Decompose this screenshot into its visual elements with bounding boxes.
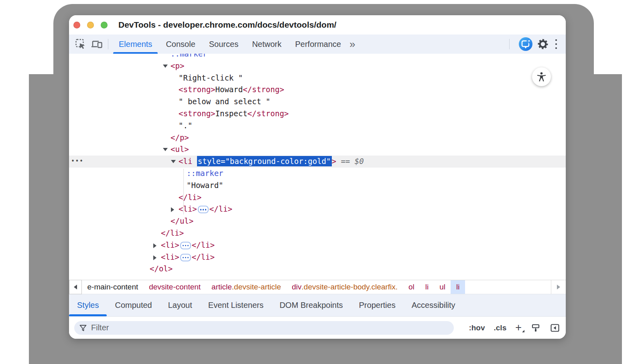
- rendering-emulation-button[interactable]: [530, 323, 541, 333]
- tab-label: Elements: [119, 40, 152, 49]
- dom-tree-selected-row[interactable]: •••<li style="background-color:gold"> ==…: [69, 156, 566, 168]
- breadcrumb-items: e-main-contentdevsite-contentarticle.dev…: [82, 280, 465, 294]
- kebab-menu-button[interactable]: [552, 38, 560, 50]
- new-style-rule-button[interactable]: +: [515, 322, 522, 333]
- breadcrumb-item[interactable]: e-main-content: [82, 280, 144, 294]
- more-tabs-button[interactable]: »: [349, 34, 355, 54]
- node-tag: </li>: [161, 229, 184, 237]
- breadcrumb-item[interactable]: li: [451, 280, 465, 294]
- breadcrumb-item[interactable]: devsite-content: [144, 280, 206, 294]
- devtools-window: DevTools - developer.chrome.com/docs/dev…: [69, 15, 566, 339]
- tab-label: Network: [252, 40, 281, 49]
- dom-tree-row[interactable]: <strong>Inspect</strong>: [69, 108, 566, 120]
- panel-tab-accessibility[interactable]: Accessibility: [404, 294, 463, 316]
- tab-network[interactable]: Network: [245, 34, 288, 54]
- ai-assistance-button[interactable]: [519, 37, 532, 51]
- node-text: " below and select ": [179, 97, 270, 106]
- paint-brush-icon: [530, 323, 541, 333]
- node-tag: <strong>: [179, 109, 215, 118]
- dom-tree-row[interactable]: <li></li>: [69, 239, 566, 251]
- tab-sources[interactable]: Sources: [202, 34, 245, 54]
- tab-label: Sources: [209, 40, 238, 49]
- expand-arrow-icon[interactable]: [163, 65, 168, 68]
- toggle-device-toolbar-button[interactable]: [90, 37, 104, 51]
- breadcrumb-next-button[interactable]: [551, 280, 566, 294]
- panel-tab-computed[interactable]: Computed: [107, 294, 160, 316]
- crumb-part: .devsite-article-body.clearfix.: [302, 283, 398, 291]
- dom-tree-row[interactable]: ".": [69, 120, 566, 132]
- breadcrumb-item[interactable]: li: [420, 280, 434, 294]
- hidden-children-ellipsis-button[interactable]: [180, 254, 191, 261]
- tab-elements[interactable]: Elements: [112, 34, 159, 54]
- devtools-toolbar: ElementsConsoleSourcesNetworkPerformance…: [69, 34, 566, 54]
- dom-tree-row[interactable]: </li>: [69, 192, 566, 204]
- panel-tab-label: Accessibility: [412, 301, 455, 309]
- node-tag: </p>: [171, 133, 189, 142]
- expand-arrow-icon[interactable]: [163, 148, 168, 151]
- breadcrumb-item[interactable]: article.devsite-article: [206, 280, 286, 294]
- inspect-element-button[interactable]: [74, 37, 87, 51]
- panel-tab-label: Event Listeners: [208, 301, 264, 309]
- panel-tab-styles[interactable]: Styles: [69, 294, 107, 316]
- accessibility-widget-button[interactable]: [532, 67, 551, 86]
- styles-filter-input[interactable]: [90, 323, 449, 333]
- filter-funnel-icon: [79, 324, 87, 332]
- dom-tree-row[interactable]: "Right-click ": [69, 72, 566, 84]
- tab-performance[interactable]: Performance: [288, 34, 348, 54]
- hidden-children-ellipsis-button[interactable]: [180, 242, 191, 249]
- panel-tab-label: DOM Breakpoints: [280, 301, 343, 309]
- zoom-button[interactable]: [101, 22, 108, 28]
- crumb-part: article: [211, 283, 232, 291]
- panel-tab-properties[interactable]: Properties: [351, 294, 404, 316]
- expand-arrow-icon[interactable]: [171, 207, 174, 212]
- panel-tab-layout[interactable]: Layout: [160, 294, 200, 316]
- panel-tab-label: Computed: [115, 301, 152, 309]
- tab-label: Performance: [295, 40, 341, 49]
- expand-arrow-icon[interactable]: [171, 160, 176, 163]
- tab-console[interactable]: Console: [159, 34, 202, 54]
- dom-tree-row[interactable]: <p>: [69, 60, 566, 72]
- toolbar-divider: [108, 39, 108, 49]
- dom-tree-row[interactable]: <strong>Howard</strong>: [69, 84, 566, 96]
- breadcrumb-prev-button[interactable]: [69, 280, 82, 294]
- dom-tree-row[interactable]: ::marker: [69, 168, 566, 180]
- crumb-part: e-main-content: [87, 283, 138, 291]
- dom-tree-row[interactable]: </p>: [69, 132, 566, 144]
- styles-toolbar: :hov .cls +: [69, 317, 566, 339]
- dom-tree-row[interactable]: <ul>: [69, 144, 566, 156]
- styles-toolbar-buttons: :hov .cls +: [469, 322, 560, 333]
- node-tag: </strong>: [248, 109, 289, 118]
- breadcrumb: e-main-contentdevsite-contentarticle.dev…: [69, 280, 566, 294]
- device-toolbar-icon: [90, 38, 103, 50]
- dom-tree-row[interactable]: <li></li>: [69, 251, 566, 263]
- node-meta: ==: [336, 157, 355, 166]
- breadcrumb-item[interactable]: ol: [403, 280, 420, 294]
- minimize-button[interactable]: [87, 22, 94, 28]
- dom-tree-row[interactable]: </ul>: [69, 215, 566, 227]
- breadcrumb-item[interactable]: div.devsite-article-body.clearfix.: [286, 280, 403, 294]
- dom-tree-row[interactable]: ::marker: [69, 54, 566, 60]
- element-classes-button[interactable]: .cls: [494, 324, 507, 332]
- node-tag: </li>: [209, 204, 232, 213]
- toggle-sidebar-button[interactable]: [550, 323, 560, 333]
- dom-tree-row[interactable]: <li></li>: [69, 203, 566, 215]
- styles-filter-field[interactable]: [74, 321, 454, 335]
- crumb-part: li: [456, 283, 459, 291]
- settings-button[interactable]: [536, 37, 550, 51]
- breadcrumb-item[interactable]: ul: [434, 280, 451, 294]
- dom-tree-row[interactable]: "Howard": [69, 180, 566, 192]
- dom-tree-row[interactable]: </li>: [69, 227, 566, 239]
- panel-tab-dom-breakpoints[interactable]: DOM Breakpoints: [272, 294, 351, 316]
- toggle-element-state-button[interactable]: :hov: [469, 324, 485, 332]
- panel-tab-event-listeners[interactable]: Event Listeners: [200, 294, 272, 316]
- expand-arrow-icon[interactable]: [153, 255, 156, 260]
- node-tag: <li: [179, 157, 197, 166]
- close-button[interactable]: [73, 22, 80, 28]
- dom-tree-row[interactable]: " below and select ": [69, 96, 566, 108]
- hidden-children-ellipsis-button[interactable]: [198, 206, 209, 213]
- dom-tree-row[interactable]: </ol>: [69, 263, 566, 275]
- row-menu-dots-icon[interactable]: •••: [71, 156, 84, 168]
- node-pseudo: ::marker: [187, 169, 223, 178]
- expand-arrow-icon[interactable]: [153, 243, 156, 248]
- collapse-panel-icon: [550, 323, 560, 333]
